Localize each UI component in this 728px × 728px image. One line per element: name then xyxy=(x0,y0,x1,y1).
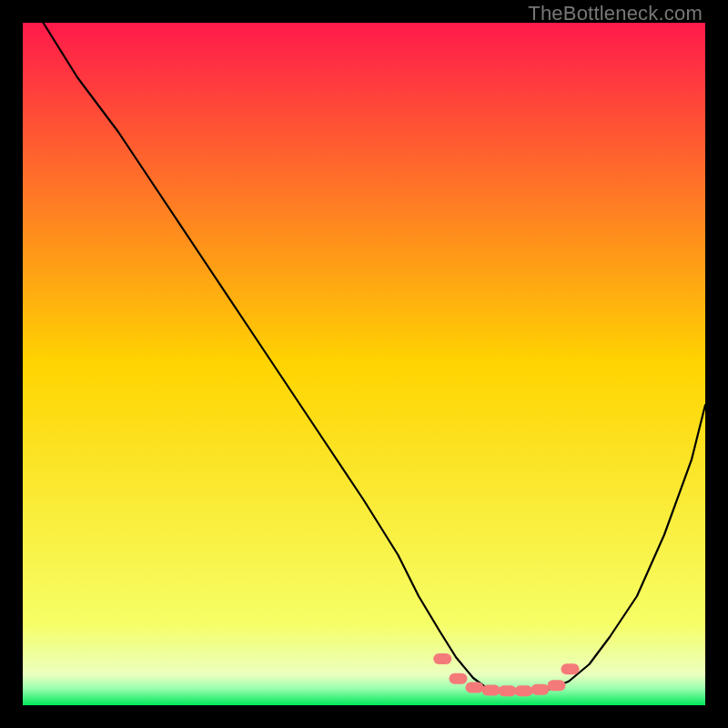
optimal-marker xyxy=(499,685,517,696)
watermark-text: TheBottleneck.com xyxy=(528,2,703,25)
chart-frame xyxy=(23,23,705,705)
optimal-marker xyxy=(433,653,451,664)
optimal-marker xyxy=(482,685,500,696)
optimal-marker xyxy=(561,663,580,674)
bottleneck-chart xyxy=(23,23,705,705)
optimal-marker xyxy=(515,685,533,696)
optimal-marker xyxy=(531,684,550,695)
optimal-marker xyxy=(450,673,468,684)
chart-background xyxy=(23,23,705,705)
optimal-marker xyxy=(548,680,566,691)
optimal-marker xyxy=(466,682,484,693)
